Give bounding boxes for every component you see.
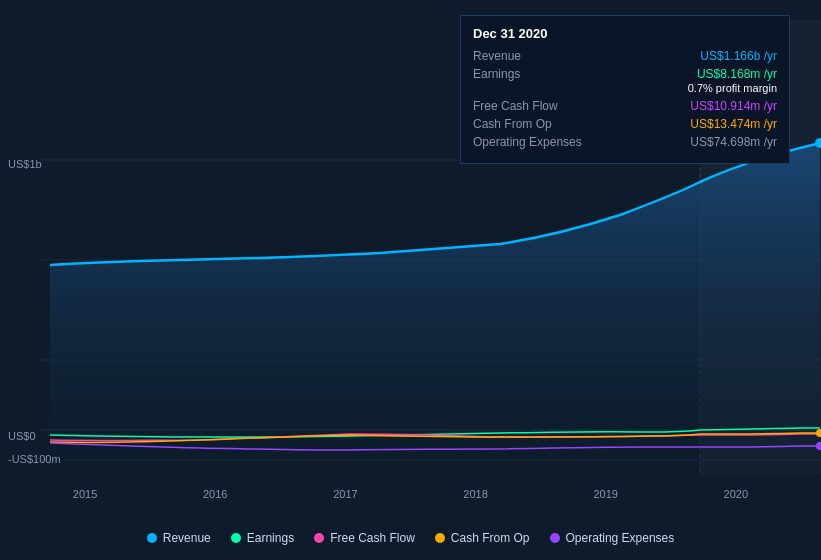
x-axis-labels: 2015 2016 2017 2018 2019 2020: [0, 488, 821, 500]
x-label-2015: 2015: [73, 488, 97, 500]
legend-dot-cashfromop: [435, 533, 445, 543]
chart-legend: Revenue Earnings Free Cash Flow Cash Fro…: [0, 531, 821, 545]
legend-item-cashfromop[interactable]: Cash From Op: [435, 531, 530, 545]
legend-item-fcf[interactable]: Free Cash Flow: [314, 531, 415, 545]
tooltip-value-revenue: US$1.166b /yr: [603, 49, 777, 63]
legend-label-fcf: Free Cash Flow: [330, 531, 415, 545]
legend-dot-fcf: [314, 533, 324, 543]
legend-label-revenue: Revenue: [163, 531, 211, 545]
x-label-2016: 2016: [203, 488, 227, 500]
legend-dot-earnings: [231, 533, 241, 543]
tooltip-box: Dec 31 2020 Revenue US$1.166b /yr Earnin…: [460, 15, 790, 164]
legend-item-opex[interactable]: Operating Expenses: [550, 531, 675, 545]
legend-dot-opex: [550, 533, 560, 543]
legend-label-cashfromop: Cash From Op: [451, 531, 530, 545]
earnings-value: US$8.168m /yr: [697, 67, 777, 81]
profit-margin: 0.7% profit margin: [688, 82, 777, 94]
legend-label-opex: Operating Expenses: [566, 531, 675, 545]
tooltip-label-revenue: Revenue: [473, 49, 603, 63]
legend-item-earnings[interactable]: Earnings: [231, 531, 294, 545]
tooltip-value-cashfromop: US$13.474m /yr: [603, 117, 777, 131]
tooltip-label-cashfromop: Cash From Op: [473, 117, 603, 131]
tooltip-row-opex: Operating Expenses US$74.698m /yr: [473, 135, 777, 149]
x-label-2017: 2017: [333, 488, 357, 500]
tooltip-label-fcf: Free Cash Flow: [473, 99, 603, 113]
chart-container: Dec 31 2020 Revenue US$1.166b /yr Earnin…: [0, 0, 821, 560]
tooltip-title: Dec 31 2020: [473, 26, 777, 41]
legend-item-revenue[interactable]: Revenue: [147, 531, 211, 545]
tooltip-row-fcf: Free Cash Flow US$10.914m /yr: [473, 99, 777, 113]
tooltip-row-cashfromop: Cash From Op US$13.474m /yr: [473, 117, 777, 131]
tooltip-value-earnings: US$8.168m /yr 0.7% profit margin: [603, 67, 777, 95]
y-label-negative: -US$100m: [8, 453, 61, 465]
legend-dot-revenue: [147, 533, 157, 543]
tooltip-label-earnings: Earnings: [473, 67, 603, 81]
x-label-2018: 2018: [463, 488, 487, 500]
x-label-2019: 2019: [593, 488, 617, 500]
tooltip-row-earnings: Earnings US$8.168m /yr 0.7% profit margi…: [473, 67, 777, 95]
tooltip-value-opex: US$74.698m /yr: [603, 135, 777, 149]
tooltip-value-fcf: US$10.914m /yr: [603, 99, 777, 113]
y-label-top: US$1b: [8, 158, 42, 170]
legend-label-earnings: Earnings: [247, 531, 294, 545]
tooltip-row-revenue: Revenue US$1.166b /yr: [473, 49, 777, 63]
x-label-2020: 2020: [724, 488, 748, 500]
tooltip-label-opex: Operating Expenses: [473, 135, 603, 149]
y-label-zero: US$0: [8, 430, 36, 442]
